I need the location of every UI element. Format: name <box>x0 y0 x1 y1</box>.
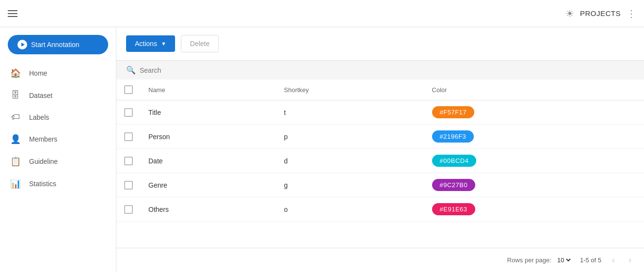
row-shortkey: o <box>276 197 424 222</box>
row-checkbox[interactable] <box>124 108 133 117</box>
pagination-info: 1-5 of 5 <box>580 256 601 264</box>
search-bar: 🔍 <box>116 61 644 80</box>
color-badge[interactable]: #F57F17 <box>432 106 475 118</box>
row-checkbox[interactable] <box>124 181 133 190</box>
table-row: Date d #00BCD4 <box>116 149 644 173</box>
toolbar: Actions ▼ Delete <box>116 27 644 61</box>
guideline-icon: 📋 <box>10 156 21 167</box>
actions-label: Actions <box>135 40 157 48</box>
row-checkbox[interactable] <box>124 157 133 165</box>
table-footer: Rows per page: 10 25 50 1-5 of 5 ‹ › <box>116 248 644 272</box>
row-shortkey: d <box>276 149 424 173</box>
rows-per-page-label: Rows per page: <box>507 256 551 264</box>
col-header-name: Name <box>141 80 276 100</box>
start-annotation-label: Start Annotation <box>31 41 80 48</box>
top-header: ☀ PROJECTS ⋮ <box>0 0 644 27</box>
more-options-icon[interactable]: ⋮ <box>627 8 636 19</box>
sidebar-label-members: Members <box>29 135 57 143</box>
row-name: Genre <box>141 173 276 197</box>
row-shortkey: p <box>276 125 424 149</box>
row-shortkey: g <box>276 173 424 197</box>
labels-icon: 🏷 <box>10 112 21 122</box>
search-input[interactable] <box>140 66 634 74</box>
row-shortkey: t <box>276 100 424 125</box>
dataset-icon: 🗄 <box>10 90 21 100</box>
rows-per-page-section: Rows per page: 10 25 50 <box>507 256 572 264</box>
row-name: Date <box>141 149 276 173</box>
sidebar-item-guideline[interactable]: 📋 Guideline <box>0 150 116 173</box>
play-icon <box>17 40 27 49</box>
row-checkbox[interactable] <box>124 132 133 141</box>
projects-label: PROJECTS <box>580 9 621 17</box>
sidebar-item-labels[interactable]: 🏷 Labels <box>0 106 116 128</box>
main-layout: Start Annotation 🏠 Home 🗄 Dataset 🏷 Labe… <box>0 27 644 272</box>
sidebar-item-statistics[interactable]: 📊 Statistics <box>0 173 116 195</box>
col-header-color: Color <box>424 80 644 100</box>
sidebar-label-home: Home <box>29 69 47 77</box>
labels-table: Name Shortkey Color Title t #F57F17 Pers… <box>116 80 644 222</box>
statistics-icon: 📊 <box>10 178 21 189</box>
sidebar-label-guideline: Guideline <box>29 158 58 165</box>
members-icon: 👤 <box>10 134 21 144</box>
prev-page-button[interactable]: ‹ <box>609 254 618 266</box>
row-color: #2196F3 <box>424 125 644 149</box>
home-icon: 🏠 <box>10 68 21 79</box>
search-icon: 🔍 <box>126 65 136 75</box>
col-header-shortkey: Shortkey <box>276 80 424 100</box>
table-row: Person p #2196F3 <box>116 125 644 149</box>
sidebar-label-labels: Labels <box>29 113 49 121</box>
content-area: Actions ▼ Delete 🔍 Name Shortkey <box>116 27 644 272</box>
table-row: Genre g #9C27B0 <box>116 173 644 197</box>
chevron-down-icon: ▼ <box>161 41 166 47</box>
row-name: Person <box>141 125 276 149</box>
table-container: Name Shortkey Color Title t #F57F17 Pers… <box>116 80 644 248</box>
row-color: #9C27B0 <box>424 173 644 197</box>
color-badge[interactable]: #E91E63 <box>432 203 475 215</box>
rows-per-page-select[interactable]: 10 25 50 <box>555 256 572 264</box>
row-color: #F57F17 <box>424 100 644 125</box>
sidebar-item-home[interactable]: 🏠 Home <box>0 62 116 84</box>
row-name: Others <box>141 197 276 222</box>
hamburger-icon[interactable] <box>8 10 17 17</box>
next-page-button[interactable]: › <box>626 254 634 266</box>
sidebar-item-members[interactable]: 👤 Members <box>0 128 116 150</box>
row-name: Title <box>141 100 276 125</box>
table-row: Others o #E91E63 <box>116 197 644 222</box>
actions-button[interactable]: Actions ▼ <box>126 35 175 52</box>
header-left <box>8 10 17 17</box>
delete-button[interactable]: Delete <box>181 35 219 52</box>
sidebar: Start Annotation 🏠 Home 🗄 Dataset 🏷 Labe… <box>0 27 116 272</box>
header-right: ☀ PROJECTS ⋮ <box>565 8 636 19</box>
row-checkbox[interactable] <box>124 205 133 214</box>
sun-icon: ☀ <box>565 8 574 19</box>
color-badge[interactable]: #00BCD4 <box>432 155 477 167</box>
select-all-checkbox[interactable] <box>124 85 133 94</box>
table-row: Title t #F57F17 <box>116 100 644 125</box>
start-annotation-button[interactable]: Start Annotation <box>8 35 108 54</box>
sidebar-label-dataset: Dataset <box>29 92 52 99</box>
color-badge[interactable]: #9C27B0 <box>432 179 476 191</box>
row-color: #E91E63 <box>424 197 644 222</box>
sidebar-label-statistics: Statistics <box>29 180 56 188</box>
color-badge[interactable]: #2196F3 <box>432 130 474 143</box>
sidebar-item-dataset[interactable]: 🗄 Dataset <box>0 84 116 106</box>
row-color: #00BCD4 <box>424 149 644 173</box>
